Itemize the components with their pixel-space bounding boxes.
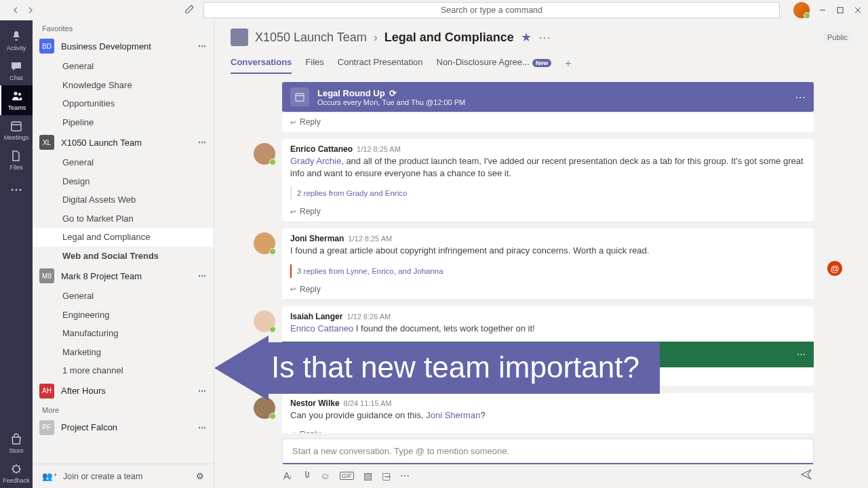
svg-rect-3	[12, 122, 21, 131]
tab[interactable]: Conversations	[231, 53, 292, 74]
sticker-icon[interactable]: ▧	[363, 470, 372, 481]
svg-point-5	[16, 189, 18, 191]
channel-item[interactable]: Web and Social Trends	[33, 247, 214, 266]
channel-tabs: ConversationsFilesContract PresentationN…	[231, 53, 852, 74]
team-more-icon[interactable]: ⋯	[198, 41, 207, 51]
team-more-icon[interactable]: ⋯	[198, 386, 207, 396]
message-composer[interactable]: Start a new conversation. Type @ to ment…	[282, 439, 814, 464]
rail-store[interactable]: Store	[0, 428, 33, 458]
channel-item[interactable]: Opportunities	[33, 94, 214, 113]
minimize-button[interactable]	[818, 5, 827, 15]
public-badge: Public	[823, 32, 852, 43]
channel-item[interactable]: Knowledge Share	[33, 76, 214, 95]
channel-item[interactable]: Marketing	[33, 343, 214, 362]
avatar[interactable]	[254, 232, 275, 254]
channel-item[interactable]: General	[33, 57, 214, 76]
channel-more-icon[interactable]: ⋯	[538, 30, 551, 45]
breadcrumb-channel: Legal and Compliance	[384, 30, 514, 45]
team-row[interactable]: BD Business Development ⋯	[33, 35, 214, 57]
meeting-card[interactable]: Legal Round Up ⟳Occurs every Mon, Tue an…	[282, 82, 814, 112]
settings-icon[interactable]: ⚙	[196, 471, 204, 481]
svg-point-4	[12, 189, 14, 191]
svg-point-2	[18, 93, 21, 96]
maximize-button[interactable]	[835, 5, 845, 15]
message: @ Joni Sherman1/12 8:25 AM I found a gre…	[282, 228, 814, 299]
reply-button[interactable]: ↩Reply	[282, 426, 814, 433]
team-row[interactable]: PF Project Falcon ⋯	[33, 417, 214, 439]
tab[interactable]: Files	[305, 53, 323, 74]
tab[interactable]: Contract Presentation	[338, 53, 423, 74]
channel-item[interactable]: Legal and Compliance	[33, 228, 214, 247]
gif-icon[interactable]: GIF	[340, 472, 354, 480]
breadcrumb-team[interactable]: X1050 Launch Team	[255, 30, 367, 45]
app-rail: ActivityChatTeamsMeetingsFiles StoreFeed…	[0, 20, 33, 488]
reply-button[interactable]: ↩Reply	[282, 113, 814, 132]
rail-meetings[interactable]: Meetings	[0, 115, 33, 145]
rail-feedback[interactable]: Feedback	[0, 458, 33, 488]
channel-content: X1050 Launch Team › Legal and Compliance…	[214, 20, 868, 488]
channel-item[interactable]: Engineering	[33, 306, 214, 325]
profile-avatar[interactable]	[793, 2, 810, 18]
channel-team-icon	[231, 28, 248, 46]
send-icon[interactable]	[800, 468, 812, 483]
team-more-icon[interactable]: ⋯	[198, 138, 207, 147]
team-row[interactable]: AH After Hours ⋯	[33, 380, 214, 402]
channel-item[interactable]: Digital Assets Web	[33, 190, 214, 209]
team-more-icon[interactable]: ⋯	[198, 423, 207, 432]
emoji-icon[interactable]: ☺	[320, 470, 330, 481]
svg-point-1	[14, 92, 18, 96]
add-tab-icon[interactable]: +	[565, 58, 571, 70]
svg-rect-8	[296, 94, 304, 101]
mention-badge: @	[827, 261, 842, 276]
forward-button[interactable]	[26, 5, 35, 15]
tab[interactable]: Non-Disclosure Agree...New	[437, 53, 552, 74]
favorites-label: Favorites	[33, 20, 214, 35]
channel-item[interactable]: General	[33, 153, 214, 172]
favorite-star-icon[interactable]: ★	[521, 30, 532, 45]
meeting-more-icon[interactable]: ⋯	[795, 91, 806, 104]
replies-summary[interactable]: 3 replies from Lynne, Enrico, and Johann…	[290, 264, 806, 278]
channel-item[interactable]: Go to Market Plan	[33, 209, 214, 228]
more-compose-icon[interactable]: ⋯	[400, 470, 410, 481]
reply-button[interactable]: ↩Reply	[282, 203, 814, 222]
rail-activity[interactable]: Activity	[0, 26, 33, 56]
join-create-team[interactable]: 👥⁺ Join or create a team ⚙	[33, 464, 214, 488]
reply-button[interactable]: ↩Reply	[282, 281, 814, 300]
channel-item[interactable]: Manufacturing	[33, 324, 214, 343]
channel-item[interactable]: Design	[33, 172, 214, 191]
more-label: More	[33, 402, 214, 417]
back-button[interactable]	[11, 5, 20, 15]
attach-icon[interactable]	[301, 470, 311, 481]
rail-teams[interactable]: Teams	[0, 85, 33, 115]
channel-item[interactable]: Pipeline	[33, 113, 214, 132]
format-icon[interactable]: Aᵢ	[283, 470, 292, 481]
recurring-icon: ⟳	[389, 88, 397, 98]
channel-item[interactable]: 1 more channel	[33, 361, 214, 380]
annotation-callout: Is that new team important?	[214, 336, 660, 401]
svg-point-6	[20, 189, 22, 191]
close-button[interactable]	[853, 5, 863, 15]
titlebar: Search or type a command	[0, 0, 868, 20]
replies-summary[interactable]: 2 replies from Grady and Enrico	[290, 186, 806, 200]
calendar-icon	[290, 87, 309, 106]
team-row[interactable]: M8 Mark 8 Project Team ⋯	[33, 265, 214, 287]
rail-more[interactable]	[0, 175, 33, 205]
svg-rect-0	[837, 7, 843, 13]
meet-now-icon[interactable]: □̶	[382, 470, 391, 481]
file-more-icon[interactable]: ⋯	[797, 349, 806, 359]
team-row[interactable]: XL X1050 Launch Team ⋯	[33, 131, 214, 153]
search-input[interactable]: Search or type a command	[203, 2, 780, 18]
avatar[interactable]	[254, 143, 275, 165]
channel-item[interactable]: General	[33, 287, 214, 306]
rail-files[interactable]: Files	[0, 145, 33, 175]
rail-chat[interactable]: Chat	[0, 56, 33, 85]
message: Enrico Cattaneo1/12 8:25 AM Grady Archie…	[282, 139, 814, 222]
teams-sidebar: Favorites BD Business Development ⋯Gener…	[33, 20, 214, 488]
avatar[interactable]	[254, 310, 275, 332]
team-more-icon[interactable]: ⋯	[198, 271, 207, 281]
compose-icon[interactable]	[184, 3, 195, 17]
